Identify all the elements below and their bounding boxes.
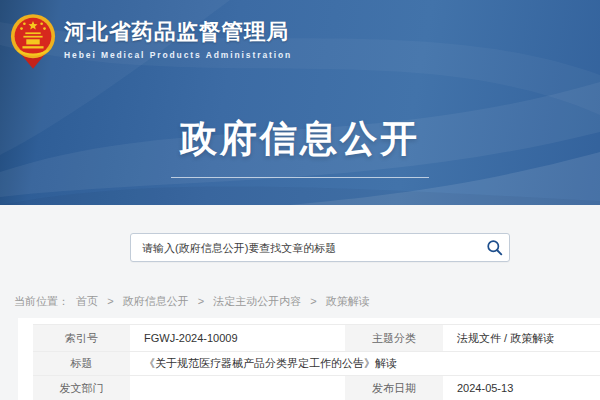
content-panel: 索引号 FGWJ-2024-10009 主题分类 法规文件 / 政策解读 标题 … [18, 318, 600, 400]
index-number-value: FGWJ-2024-10009 [130, 325, 345, 352]
china-national-emblem-icon [10, 12, 56, 70]
search-box [130, 233, 510, 262]
org-name-cn: 河北省药品监督管理局 [64, 17, 292, 46]
banner: 政府信息公开 [0, 114, 600, 178]
banner-underline [171, 177, 429, 178]
page-title: 政府信息公开 [0, 114, 600, 164]
breadcrumb-link-gov-info[interactable]: 政府信息公开 [123, 295, 189, 307]
breadcrumb-separator: > [107, 295, 113, 307]
issuing-department-label: 发文部门 [33, 376, 130, 400]
site-header: 河北省药品监督管理局 Hebei Medical Products Admini… [10, 12, 292, 70]
publish-date-value: 2024-05-13 [443, 376, 600, 400]
breadcrumb: 当前位置： 首页 > 政府信息公开 > 法定主动公开内容 > 政策解读 [14, 294, 370, 309]
table-row-title: 标题 《关于规范医疗器械产品分类界定工作的公告》解读 [33, 352, 600, 376]
breadcrumb-link-statutory-disclosure[interactable]: 法定主动公开内容 [213, 295, 301, 307]
document-info-table: 索引号 FGWJ-2024-10009 主题分类 法规文件 / 政策解读 标题 … [33, 324, 600, 400]
publish-date-label: 发布日期 [345, 376, 443, 400]
table-row-department-date: 发文部门 发布日期 2024-05-13 [33, 376, 600, 400]
org-identity: 河北省药品监督管理局 Hebei Medical Products Admini… [64, 12, 292, 60]
table-row-index-subject: 索引号 FGWJ-2024-10009 主题分类 法规文件 / 政策解读 [33, 325, 600, 352]
breadcrumb-separator: > [198, 295, 204, 307]
breadcrumb-link-home[interactable]: 首页 [76, 295, 98, 307]
search-icon [486, 239, 503, 256]
org-name-en: Hebei Medical Products Administration [64, 50, 292, 60]
subject-category-label: 主题分类 [345, 325, 443, 352]
header-banner-background: 河北省药品监督管理局 Hebei Medical Products Admini… [0, 0, 600, 205]
issuing-department-value [130, 376, 345, 400]
breadcrumb-separator: > [310, 295, 316, 307]
breadcrumb-link-policy-interpretation[interactable]: 政策解读 [326, 295, 370, 307]
document-title-label: 标题 [33, 352, 130, 376]
search-button[interactable] [479, 234, 509, 261]
breadcrumb-prefix: 当前位置： [14, 295, 69, 307]
document-title-value: 《关于规范医疗器械产品分类界定工作的公告》解读 [130, 352, 600, 376]
search-input[interactable] [131, 242, 479, 254]
page-root: 河北省药品监督管理局 Hebei Medical Products Admini… [0, 0, 600, 400]
subject-category-value: 法规文件 / 政策解读 [443, 325, 600, 352]
index-number-label: 索引号 [33, 325, 130, 352]
